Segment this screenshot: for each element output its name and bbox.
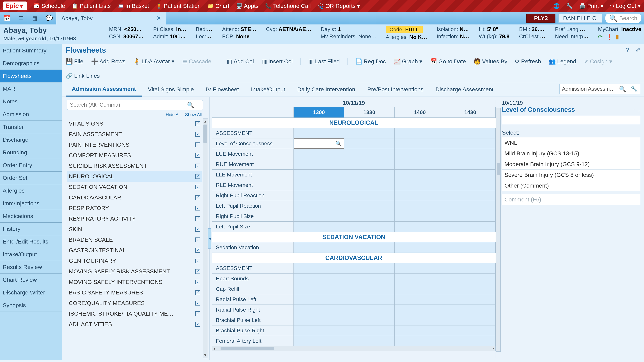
rowgroup-item[interactable]: SUICIDE RISK ASSESSMENT✓	[67, 161, 202, 171]
grid-cell[interactable]	[294, 190, 344, 201]
wrench-icon[interactable]: 🔧	[566, 3, 572, 9]
grid-cell[interactable]	[344, 263, 394, 274]
tabstrip-list-button[interactable]: ☰	[14, 12, 28, 24]
gotodate-button[interactable]: 📅 Go to Date	[430, 58, 466, 65]
allergies[interactable]: Allergies: No K…	[386, 34, 427, 40]
grid-row-header[interactable]: Femoral Artery Left	[212, 336, 294, 346]
grid-cell[interactable]	[445, 190, 496, 201]
rowgroup-checkbox[interactable]: ✓	[196, 322, 200, 327]
add-rows-button[interactable]: ➕ Add Rows	[91, 58, 126, 65]
grid-cell[interactable]	[445, 305, 496, 315]
sidebar-item-patient-summary[interactable]: Patient Summary	[0, 44, 62, 57]
grid-cell[interactable]	[394, 274, 445, 284]
refresh-banner-icon[interactable]: ⟳	[598, 33, 603, 40]
grid-cell[interactable]	[294, 242, 344, 253]
grid-row-header[interactable]: Radial Pulse Left	[212, 294, 294, 305]
time-column-header[interactable]: 1300	[294, 107, 344, 118]
cell-search-icon[interactable]: 🔍	[335, 140, 344, 147]
detail-option[interactable]: Other (Comment)	[502, 180, 640, 191]
grid-row-header[interactable]: Cap Refill	[212, 284, 294, 294]
globe-icon[interactable]: 🌐	[554, 3, 560, 9]
grid-cell[interactable]	[294, 336, 344, 346]
grid-row-header[interactable]: Left Pupil Size	[212, 222, 294, 232]
sidebar-item-rounding[interactable]: Rounding	[0, 146, 62, 159]
detail-option[interactable]: Severe Brain Injury (GCS 8 or less)	[502, 170, 640, 180]
rowgroup-checkbox[interactable]: ✓	[196, 142, 200, 147]
grid-row-header[interactable]: Brachial Pulse Right	[212, 326, 294, 336]
grid-cell[interactable]	[394, 315, 445, 326]
rowgroup-checkbox[interactable]: ✓	[196, 280, 200, 284]
grid-cell[interactable]	[394, 326, 445, 336]
rowgroup-item[interactable]: NEUROLOGICAL✓	[67, 171, 202, 182]
add-col-button[interactable]: ▥ Add Col	[227, 58, 254, 65]
sidebar-item-order-set[interactable]: Order Set	[0, 172, 62, 184]
grid-cell[interactable]	[344, 170, 394, 180]
grid-cell[interactable]	[294, 222, 344, 232]
refresh-button[interactable]: ⟳ Refresh	[515, 58, 541, 65]
flowsheet-tab-intake-output[interactable]: Intake/Output	[245, 83, 291, 96]
rowgroup-search-input[interactable]	[67, 100, 203, 110]
sidebar-item-order-entry[interactable]: Order Entry	[0, 159, 62, 172]
patient-tab[interactable]: Abaya, Toby ✕	[56, 12, 166, 24]
rowgroup-item[interactable]: CORE/QUALITY MEASURES✓	[67, 298, 202, 308]
close-patient-tab-button[interactable]: ✕	[156, 15, 161, 21]
epic-logo-button[interactable]: Epic	[3, 1, 27, 10]
topbar-logout[interactable]: ↪Log Out ▾	[610, 2, 641, 9]
lda-avatar-button[interactable]: 🧍 LDA Avatar ▾	[133, 58, 174, 65]
bookmark-icon[interactable]: ▮	[616, 33, 619, 40]
current-user[interactable]: DANIELLE C.	[558, 14, 602, 23]
global-search[interactable]: 🔍Search	[606, 13, 641, 23]
tabstrip-calendar-button[interactable]: 📅	[0, 12, 14, 24]
grid-row-header[interactable]: Radial Pulse Right	[212, 305, 294, 315]
detail-option[interactable]: Mild Brain Injury (GCS 13-15)	[502, 148, 640, 159]
sidebar-item-discharge-writer[interactable]: Discharge Writer	[0, 286, 62, 299]
grid-cell[interactable]: 🔍	[294, 138, 344, 149]
rowgroup-checkbox[interactable]: ✓	[196, 301, 200, 306]
rowgroup-checkbox[interactable]: ✓	[196, 311, 200, 316]
grid-cell[interactable]	[294, 284, 344, 294]
rowgroup-item[interactable]: COMFORT MEASURES✓	[67, 150, 202, 161]
rowgroup-checkbox[interactable]: ✓	[196, 269, 200, 274]
flowsheet-tab-iv-flowsheet[interactable]: IV Flowsheet	[200, 83, 245, 96]
flowsheet-tab-discharge-assessment[interactable]: Discharge Assessment	[430, 83, 500, 96]
grid-cell[interactable]	[394, 201, 445, 211]
grid-cell[interactable]	[394, 222, 445, 232]
collapse-left-handle[interactable]: ◂	[208, 228, 211, 249]
grid-row-header[interactable]: Left Pupil Reaction	[212, 201, 294, 211]
rowgroup-item[interactable]: GENITOURINARY✓	[67, 256, 202, 266]
grid-cell[interactable]	[394, 284, 445, 294]
grid-cell[interactable]	[344, 222, 394, 232]
grid-cell[interactable]	[294, 263, 344, 274]
grid-row-header[interactable]: ASSESSMENT	[212, 263, 294, 274]
grid-cell[interactable]	[294, 294, 344, 305]
rowgroup-item[interactable]: BRADEN SCALE✓	[67, 234, 202, 245]
detail-value-box[interactable]	[502, 116, 640, 124]
sidebar-item-enter-edit-results[interactable]: Enter/Edit Results	[0, 235, 62, 248]
rowgroup-checkbox[interactable]: ✓	[196, 248, 200, 253]
grid-cell[interactable]	[344, 128, 394, 138]
grid-row-header[interactable]: Heart Sounds	[212, 274, 294, 284]
sidebar-item-allergies[interactable]: Allergies	[0, 184, 62, 197]
detail-comment-box[interactable]: Comment (F6)	[502, 194, 640, 205]
rowgroup-checkbox[interactable]: ✓	[196, 195, 200, 200]
flowsheet-grid[interactable]: 1300133014001430 NEUROLOGICALASSESSMENTL…	[212, 107, 496, 346]
grid-cell[interactable]	[445, 263, 496, 274]
sidebar-item-intake-output[interactable]: Intake/Output	[0, 248, 62, 261]
grid-row-header[interactable]: LLE Movement	[212, 170, 294, 180]
grid-cell[interactable]	[394, 138, 445, 149]
grid-cell[interactable]	[445, 201, 496, 211]
flowsheet-tab-pre-post-interventions[interactable]: Pre/Post Interventions	[361, 83, 430, 96]
grid-cell[interactable]	[344, 326, 394, 336]
sidebar-item-demographics[interactable]: Demographics	[0, 57, 62, 70]
rowgroup-checkbox[interactable]: ✓	[196, 290, 200, 295]
cosign-button[interactable]: ✔ Cosign ▾	[584, 58, 612, 65]
sidebar-item-results-review[interactable]: Results Review	[0, 261, 62, 274]
grid-cell[interactable]	[344, 294, 394, 305]
grid-horizontal-scrollbar[interactable]: ◂▸	[212, 346, 496, 351]
grid-cell[interactable]	[344, 274, 394, 284]
grid-cell[interactable]	[445, 211, 496, 222]
link-lines-button[interactable]: 🔗 Link Lines	[66, 72, 100, 79]
grid-cell[interactable]	[294, 170, 344, 180]
sidebar-item-flowsheets[interactable]: Flowsheets	[0, 70, 62, 82]
time-column-header[interactable]: 1330	[344, 107, 394, 118]
